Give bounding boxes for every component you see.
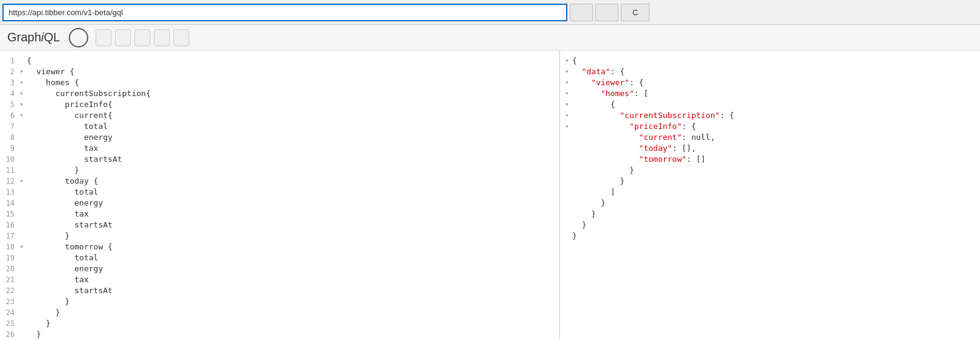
code-text: } — [27, 296, 69, 307]
query-line: 8 energy — [0, 132, 559, 143]
line-number: 11 — [2, 165, 19, 176]
result-content: "priceInfo": { — [572, 121, 696, 132]
line-number: 15 — [2, 209, 19, 220]
result-line: ▾ "currentSubscription": { — [562, 110, 978, 121]
query-line: 5▾ priceInfo{ — [0, 99, 559, 110]
result-content: "today": [], — [572, 143, 696, 154]
code-text: currentSubscription{ — [27, 88, 151, 99]
query-line: 26 } — [0, 329, 559, 340]
line-number: 4 — [2, 88, 19, 99]
line-number: 10 — [2, 154, 19, 165]
result-fold-icon — [565, 132, 572, 143]
fold-icon[interactable]: ▾ — [19, 99, 27, 110]
code-text: } — [27, 165, 79, 176]
result-line: } — [562, 176, 978, 187]
fold-icon[interactable]: ▾ — [19, 77, 27, 88]
code-text: } — [27, 307, 60, 318]
run-button[interactable] — [69, 28, 88, 47]
query-line: 25 } — [0, 318, 559, 329]
fold-icon[interactable]: ▾ — [19, 110, 27, 121]
code-text: viewer { — [27, 66, 74, 77]
result-fold-icon[interactable]: ▾ — [565, 110, 572, 121]
code-text: startsAt — [27, 154, 122, 165]
query-line: 6▾ current{ — [0, 110, 559, 121]
load-demo-token-button[interactable] — [595, 4, 618, 21]
line-number: 6 — [2, 110, 19, 121]
query-line: 13 total — [0, 187, 559, 198]
line-number: 5 — [2, 99, 19, 110]
fold-icon[interactable]: ▾ — [19, 88, 27, 99]
editor-area: 1{2▾ viewer {3▾ homes {4▾ currentSubscri… — [0, 50, 980, 340]
code-text: tomorrow { — [27, 241, 113, 252]
result-line: ▾ { — [562, 99, 978, 110]
code-text: today { — [27, 176, 98, 187]
code-text: } — [27, 231, 69, 241]
line-number: 7 — [2, 121, 19, 132]
result-content: "current": null, — [572, 132, 715, 143]
line-number: 23 — [2, 296, 19, 307]
url-input[interactable] — [2, 4, 567, 21]
query-line: 1{ — [0, 55, 559, 66]
prettify-button[interactable] — [96, 29, 111, 46]
result-line: ▾ "priceInfo": { — [562, 121, 978, 132]
code-text: current{ — [27, 110, 113, 121]
query-line: 23 } — [0, 296, 559, 307]
result-fold-icon[interactable]: ▾ — [565, 66, 572, 77]
query-line: 4▾ currentSubscription{ — [0, 88, 559, 99]
line-number: 16 — [2, 220, 19, 231]
code-text: { — [27, 55, 32, 66]
result-fold-icon[interactable]: ▾ — [565, 121, 572, 132]
merge-button[interactable] — [115, 29, 131, 46]
result-line: } — [562, 231, 978, 241]
line-number: 24 — [2, 307, 19, 318]
code-text: total — [27, 252, 98, 263]
copy-button[interactable] — [135, 29, 150, 46]
line-number: 12 — [2, 176, 19, 187]
result-line: ▾{ — [562, 55, 978, 66]
introspect-button[interactable] — [173, 29, 189, 46]
fold-icon[interactable]: ▾ — [19, 176, 27, 187]
result-fold-icon — [565, 187, 572, 198]
line-number: 13 — [2, 187, 19, 198]
line-number: 25 — [2, 318, 19, 329]
code-text: } — [27, 329, 41, 340]
result-content: } — [572, 231, 577, 241]
fold-icon[interactable]: ▾ — [19, 66, 27, 77]
query-line: 10 startsAt — [0, 154, 559, 165]
result-line: ▾ "viewer": { — [562, 77, 978, 88]
fold-icon[interactable]: ▾ — [19, 241, 27, 252]
result-fold-icon — [565, 176, 572, 187]
query-line: 22 startsAt — [0, 285, 559, 296]
query-line: 14 energy — [0, 198, 559, 209]
result-fold-icon[interactable]: ▾ — [565, 77, 572, 88]
result-fold-icon — [565, 220, 572, 231]
result-line: ] — [562, 187, 978, 198]
line-number: 22 — [2, 285, 19, 296]
result-fold-icon — [565, 154, 572, 165]
result-fold-icon[interactable]: ▾ — [565, 55, 572, 66]
code-text: startsAt — [27, 285, 113, 296]
result-fold-icon[interactable]: ▾ — [565, 99, 572, 110]
line-number: 14 — [2, 198, 19, 209]
code-text: tax — [27, 209, 89, 220]
query-line: 3▾ homes { — [0, 77, 559, 88]
query-line: 18▾ tomorrow { — [0, 241, 559, 252]
query-panel[interactable]: 1{2▾ viewer {3▾ homes {4▾ currentSubscri… — [0, 50, 560, 340]
result-content: "viewer": { — [572, 77, 643, 88]
result-panel: ▾{▾ "data": {▾ "viewer": {▾ "homes": [▾ … — [560, 50, 980, 340]
query-line: 19 total — [0, 252, 559, 263]
load-personal-token-button[interactable] — [570, 4, 593, 21]
result-fold-icon — [565, 209, 572, 220]
result-line: ▾ "homes": [ — [562, 88, 978, 99]
result-content: "tomorrow": [] — [572, 154, 705, 165]
result-fold-icon[interactable]: ▾ — [565, 88, 572, 99]
result-content: } — [572, 176, 625, 187]
line-number: 1 — [2, 55, 19, 66]
history-button[interactable] — [154, 29, 170, 46]
result-content: } — [572, 209, 596, 220]
result-content: { — [572, 99, 615, 110]
line-number: 2 — [2, 66, 19, 77]
code-text: tax — [27, 143, 98, 154]
extra-button[interactable]: C — [621, 4, 649, 21]
query-line: 11 } — [0, 165, 559, 176]
